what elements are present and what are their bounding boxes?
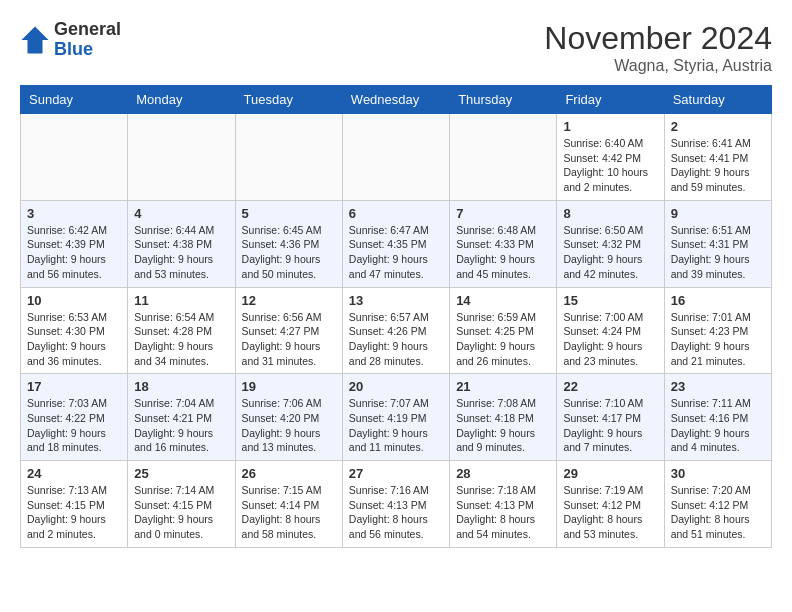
day-info: Sunrise: 7:01 AM Sunset: 4:23 PM Dayligh… [671, 310, 765, 369]
calendar-body: 1Sunrise: 6:40 AM Sunset: 4:42 PM Daylig… [21, 114, 772, 548]
calendar-cell: 28Sunrise: 7:18 AM Sunset: 4:13 PM Dayli… [450, 461, 557, 548]
day-number: 14 [456, 293, 550, 308]
day-info: Sunrise: 6:57 AM Sunset: 4:26 PM Dayligh… [349, 310, 443, 369]
calendar-cell: 21Sunrise: 7:08 AM Sunset: 4:18 PM Dayli… [450, 374, 557, 461]
calendar-week-row: 1Sunrise: 6:40 AM Sunset: 4:42 PM Daylig… [21, 114, 772, 201]
day-info: Sunrise: 7:13 AM Sunset: 4:15 PM Dayligh… [27, 483, 121, 542]
title-block: November 2024 Wagna, Styria, Austria [544, 20, 772, 75]
location: Wagna, Styria, Austria [544, 57, 772, 75]
day-info: Sunrise: 6:50 AM Sunset: 4:32 PM Dayligh… [563, 223, 657, 282]
calendar-cell: 9Sunrise: 6:51 AM Sunset: 4:31 PM Daylig… [664, 200, 771, 287]
calendar-cell: 3Sunrise: 6:42 AM Sunset: 4:39 PM Daylig… [21, 200, 128, 287]
day-info: Sunrise: 7:14 AM Sunset: 4:15 PM Dayligh… [134, 483, 228, 542]
day-number: 23 [671, 379, 765, 394]
calendar-cell: 11Sunrise: 6:54 AM Sunset: 4:28 PM Dayli… [128, 287, 235, 374]
day-info: Sunrise: 6:54 AM Sunset: 4:28 PM Dayligh… [134, 310, 228, 369]
calendar-cell: 8Sunrise: 6:50 AM Sunset: 4:32 PM Daylig… [557, 200, 664, 287]
calendar-cell: 29Sunrise: 7:19 AM Sunset: 4:12 PM Dayli… [557, 461, 664, 548]
day-number: 6 [349, 206, 443, 221]
day-info: Sunrise: 6:51 AM Sunset: 4:31 PM Dayligh… [671, 223, 765, 282]
day-info: Sunrise: 7:20 AM Sunset: 4:12 PM Dayligh… [671, 483, 765, 542]
calendar-week-row: 17Sunrise: 7:03 AM Sunset: 4:22 PM Dayli… [21, 374, 772, 461]
logo: General Blue [20, 20, 121, 60]
logo-icon [20, 25, 50, 55]
day-number: 17 [27, 379, 121, 394]
page-header: General Blue November 2024 Wagna, Styria… [20, 20, 772, 75]
weekday-header-monday: Monday [128, 86, 235, 114]
weekday-header-friday: Friday [557, 86, 664, 114]
day-number: 30 [671, 466, 765, 481]
day-info: Sunrise: 7:18 AM Sunset: 4:13 PM Dayligh… [456, 483, 550, 542]
day-info: Sunrise: 7:15 AM Sunset: 4:14 PM Dayligh… [242, 483, 336, 542]
day-info: Sunrise: 6:47 AM Sunset: 4:35 PM Dayligh… [349, 223, 443, 282]
svg-marker-0 [22, 26, 49, 53]
day-info: Sunrise: 7:04 AM Sunset: 4:21 PM Dayligh… [134, 396, 228, 455]
calendar-cell: 16Sunrise: 7:01 AM Sunset: 4:23 PM Dayli… [664, 287, 771, 374]
day-info: Sunrise: 6:40 AM Sunset: 4:42 PM Dayligh… [563, 136, 657, 195]
day-info: Sunrise: 6:48 AM Sunset: 4:33 PM Dayligh… [456, 223, 550, 282]
day-number: 2 [671, 119, 765, 134]
calendar-header: SundayMondayTuesdayWednesdayThursdayFrid… [21, 86, 772, 114]
calendar-cell [342, 114, 449, 201]
calendar-cell [450, 114, 557, 201]
day-info: Sunrise: 7:06 AM Sunset: 4:20 PM Dayligh… [242, 396, 336, 455]
day-info: Sunrise: 6:56 AM Sunset: 4:27 PM Dayligh… [242, 310, 336, 369]
day-number: 5 [242, 206, 336, 221]
day-number: 11 [134, 293, 228, 308]
calendar-cell: 23Sunrise: 7:11 AM Sunset: 4:16 PM Dayli… [664, 374, 771, 461]
day-number: 16 [671, 293, 765, 308]
weekday-header-sunday: Sunday [21, 86, 128, 114]
day-info: Sunrise: 6:41 AM Sunset: 4:41 PM Dayligh… [671, 136, 765, 195]
calendar-table: SundayMondayTuesdayWednesdayThursdayFrid… [20, 85, 772, 548]
weekday-header-row: SundayMondayTuesdayWednesdayThursdayFrid… [21, 86, 772, 114]
day-number: 9 [671, 206, 765, 221]
day-info: Sunrise: 6:44 AM Sunset: 4:38 PM Dayligh… [134, 223, 228, 282]
day-number: 21 [456, 379, 550, 394]
day-number: 28 [456, 466, 550, 481]
weekday-header-saturday: Saturday [664, 86, 771, 114]
day-number: 10 [27, 293, 121, 308]
calendar-week-row: 24Sunrise: 7:13 AM Sunset: 4:15 PM Dayli… [21, 461, 772, 548]
calendar-cell: 12Sunrise: 6:56 AM Sunset: 4:27 PM Dayli… [235, 287, 342, 374]
calendar-cell: 5Sunrise: 6:45 AM Sunset: 4:36 PM Daylig… [235, 200, 342, 287]
calendar-week-row: 10Sunrise: 6:53 AM Sunset: 4:30 PM Dayli… [21, 287, 772, 374]
calendar-week-row: 3Sunrise: 6:42 AM Sunset: 4:39 PM Daylig… [21, 200, 772, 287]
day-number: 26 [242, 466, 336, 481]
calendar-cell: 20Sunrise: 7:07 AM Sunset: 4:19 PM Dayli… [342, 374, 449, 461]
day-info: Sunrise: 7:19 AM Sunset: 4:12 PM Dayligh… [563, 483, 657, 542]
calendar-cell: 19Sunrise: 7:06 AM Sunset: 4:20 PM Dayli… [235, 374, 342, 461]
month-title: November 2024 [544, 20, 772, 57]
day-number: 1 [563, 119, 657, 134]
calendar-cell: 13Sunrise: 6:57 AM Sunset: 4:26 PM Dayli… [342, 287, 449, 374]
calendar-cell: 27Sunrise: 7:16 AM Sunset: 4:13 PM Dayli… [342, 461, 449, 548]
calendar-cell [21, 114, 128, 201]
day-number: 24 [27, 466, 121, 481]
day-number: 15 [563, 293, 657, 308]
day-number: 4 [134, 206, 228, 221]
day-number: 25 [134, 466, 228, 481]
day-info: Sunrise: 7:07 AM Sunset: 4:19 PM Dayligh… [349, 396, 443, 455]
weekday-header-wednesday: Wednesday [342, 86, 449, 114]
day-info: Sunrise: 7:11 AM Sunset: 4:16 PM Dayligh… [671, 396, 765, 455]
calendar-cell: 30Sunrise: 7:20 AM Sunset: 4:12 PM Dayli… [664, 461, 771, 548]
day-number: 7 [456, 206, 550, 221]
day-number: 12 [242, 293, 336, 308]
day-info: Sunrise: 7:03 AM Sunset: 4:22 PM Dayligh… [27, 396, 121, 455]
calendar-cell: 6Sunrise: 6:47 AM Sunset: 4:35 PM Daylig… [342, 200, 449, 287]
day-info: Sunrise: 6:45 AM Sunset: 4:36 PM Dayligh… [242, 223, 336, 282]
calendar-cell: 14Sunrise: 6:59 AM Sunset: 4:25 PM Dayli… [450, 287, 557, 374]
logo-blue: Blue [54, 40, 121, 60]
calendar-cell: 4Sunrise: 6:44 AM Sunset: 4:38 PM Daylig… [128, 200, 235, 287]
calendar-cell: 26Sunrise: 7:15 AM Sunset: 4:14 PM Dayli… [235, 461, 342, 548]
calendar-cell: 15Sunrise: 7:00 AM Sunset: 4:24 PM Dayli… [557, 287, 664, 374]
weekday-header-thursday: Thursday [450, 86, 557, 114]
day-info: Sunrise: 7:00 AM Sunset: 4:24 PM Dayligh… [563, 310, 657, 369]
calendar-cell: 1Sunrise: 6:40 AM Sunset: 4:42 PM Daylig… [557, 114, 664, 201]
day-info: Sunrise: 6:59 AM Sunset: 4:25 PM Dayligh… [456, 310, 550, 369]
day-number: 19 [242, 379, 336, 394]
day-info: Sunrise: 6:53 AM Sunset: 4:30 PM Dayligh… [27, 310, 121, 369]
weekday-header-tuesday: Tuesday [235, 86, 342, 114]
day-info: Sunrise: 7:08 AM Sunset: 4:18 PM Dayligh… [456, 396, 550, 455]
calendar-cell: 18Sunrise: 7:04 AM Sunset: 4:21 PM Dayli… [128, 374, 235, 461]
day-number: 13 [349, 293, 443, 308]
